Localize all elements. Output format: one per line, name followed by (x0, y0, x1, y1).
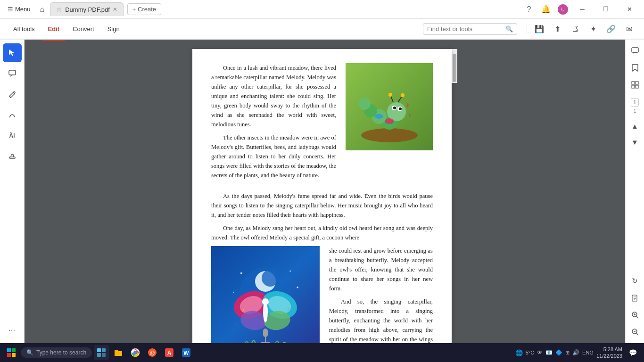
bookmarks-panel-icon[interactable] (627, 60, 643, 75)
toolbar: All tools Edit Convert Sign 🔍 💾 ⬆ 🖨 ✦ 🔗 … (0, 19, 644, 40)
profile-icon[interactable]: U (556, 3, 570, 16)
print-icon[interactable]: 🖨 (568, 21, 583, 36)
svg-point-11 (399, 107, 402, 110)
home-button[interactable]: ⌂ (36, 3, 49, 16)
cursor-tool[interactable] (3, 43, 22, 62)
pdf-page: Once in a lush and vibrant meadow, there… (192, 49, 452, 343)
svg-text:★: ★ (296, 286, 299, 289)
svg-rect-45 (636, 82, 638, 84)
link2-icon[interactable]: 🔗 (603, 21, 619, 36)
left-tools-panel: Äi ··· (0, 40, 25, 343)
butterfly-image: ★ ★ ★ ★ (211, 246, 320, 343)
find-input[interactable] (427, 25, 503, 33)
taskbar-lang: ENG (582, 350, 594, 355)
svg-rect-63 (97, 348, 101, 352)
tab-close-button[interactable]: ✕ (113, 6, 117, 13)
svg-rect-64 (102, 348, 106, 352)
scroll-thumb[interactable] (453, 54, 456, 82)
taskbar-temp: 5°C (526, 350, 534, 355)
svg-line-53 (636, 316, 638, 318)
taskbar-search-icon: 🔍 (26, 349, 33, 356)
ai-text-tool[interactable]: Äi (3, 126, 22, 145)
zoom-out-icon[interactable] (627, 324, 643, 339)
organize-pages-icon[interactable] (627, 290, 643, 305)
page-navigation: ▲ ▼ (627, 118, 643, 149)
svg-point-21 (375, 114, 383, 119)
svg-rect-46 (632, 85, 635, 88)
taskbar-app-files[interactable] (111, 345, 126, 360)
taskbar-app-chrome[interactable] (128, 345, 143, 360)
find-toolbar[interactable]: 🔍 (423, 23, 517, 35)
comment-tool[interactable] (3, 64, 22, 83)
taskbar-search[interactable]: 🔍 Type here to search (21, 347, 92, 358)
start-button[interactable] (4, 345, 19, 360)
mail-icon[interactable]: ✉ (621, 21, 636, 36)
svg-rect-44 (632, 82, 635, 84)
svg-point-17 (388, 93, 392, 97)
thumbnails-panel-icon[interactable] (627, 77, 643, 92)
caterpillar-image: ♪ ♫ (346, 63, 433, 150)
stamp-tool[interactable] (3, 147, 22, 166)
svg-line-57 (636, 333, 638, 335)
svg-rect-66 (102, 353, 106, 357)
svg-rect-61 (7, 353, 11, 357)
scrollbar[interactable] (452, 49, 457, 83)
edit-tab[interactable]: Edit (42, 22, 66, 36)
notifications-icon[interactable]: 🔔 (539, 3, 553, 16)
svg-rect-43 (632, 48, 638, 52)
svg-rect-37 (263, 329, 268, 337)
taskbar: 🔍 Type here to search @ A W 🌐 5°C 👁 📧 🔷 … (0, 343, 644, 362)
svg-rect-65 (97, 353, 101, 357)
zoom-in-icon[interactable] (627, 307, 643, 322)
sign-tab[interactable]: Sign (102, 22, 125, 36)
paragraph3: As the days passed, Melody's fame spread… (211, 191, 433, 220)
refresh-icon[interactable]: ↻ (627, 273, 643, 288)
svg-rect-47 (636, 85, 638, 88)
svg-rect-2 (9, 70, 16, 75)
new-tab-button[interactable]: + Create (127, 3, 161, 15)
svg-point-13 (393, 107, 396, 109)
pencil-tool[interactable] (3, 85, 22, 104)
page-number: 1 (631, 98, 638, 107)
titlebar-actions: ? 🔔 U (522, 3, 570, 16)
minimize-button[interactable]: ─ (571, 0, 593, 19)
svg-text:W: W (183, 350, 189, 356)
svg-text:@: @ (150, 350, 155, 355)
taskbar-app-acrobat[interactable]: A (162, 345, 177, 360)
taskbar-notification-icon[interactable]: 💬 (625, 345, 640, 360)
svg-text:♫: ♫ (286, 305, 289, 311)
taskbar-app-word[interactable]: W (179, 345, 194, 360)
convert-tab[interactable]: Convert (67, 22, 100, 36)
svg-rect-62 (12, 353, 16, 357)
help-icon[interactable]: ? (522, 3, 536, 16)
taskbar-bt-icon: 🔷 (555, 349, 562, 356)
page-up-icon[interactable]: ▲ (627, 118, 643, 133)
taskbar-search-text: Type here to search (36, 349, 86, 356)
svg-rect-59 (7, 348, 11, 352)
curve-tool[interactable] (3, 106, 22, 124)
svg-point-8 (358, 98, 371, 110)
svg-point-15 (401, 93, 405, 97)
svg-point-68 (133, 351, 137, 354)
ai-icon[interactable]: ✦ (586, 21, 601, 36)
taskbar-time: 5:28 AM (596, 346, 622, 353)
all-tools-tab[interactable]: All tools (8, 22, 41, 36)
pdf-area[interactable]: Once in a lush and vibrant meadow, there… (25, 40, 625, 343)
save-icon[interactable]: 💾 (532, 21, 547, 36)
svg-rect-3 (9, 157, 15, 158)
more-tools[interactable]: ··· (3, 321, 22, 339)
comments-panel-icon[interactable] (627, 43, 643, 58)
hamburger-icon: ☰ (8, 6, 13, 13)
close-button[interactable]: ✕ (619, 0, 640, 19)
upload-icon[interactable]: ⬆ (550, 21, 565, 36)
taskbar-app-explorer[interactable] (94, 345, 109, 360)
main-area: Äi ··· Once in a lush and vibrant meadow… (0, 40, 644, 343)
right-panel: 1 1 ▲ ▼ ↻ (625, 40, 644, 343)
maximize-button[interactable]: ❐ (595, 0, 617, 19)
taskbar-app-email[interactable]: @ (145, 345, 160, 360)
menu-button[interactable]: ☰ Menu (4, 4, 34, 15)
active-tab[interactable]: ☆ Dummy PDF.pdf ✕ (50, 2, 124, 16)
svg-point-24 (262, 270, 279, 287)
caterpillar-svg: ♪ ♫ (352, 69, 427, 145)
page-down-icon[interactable]: ▼ (627, 134, 643, 149)
